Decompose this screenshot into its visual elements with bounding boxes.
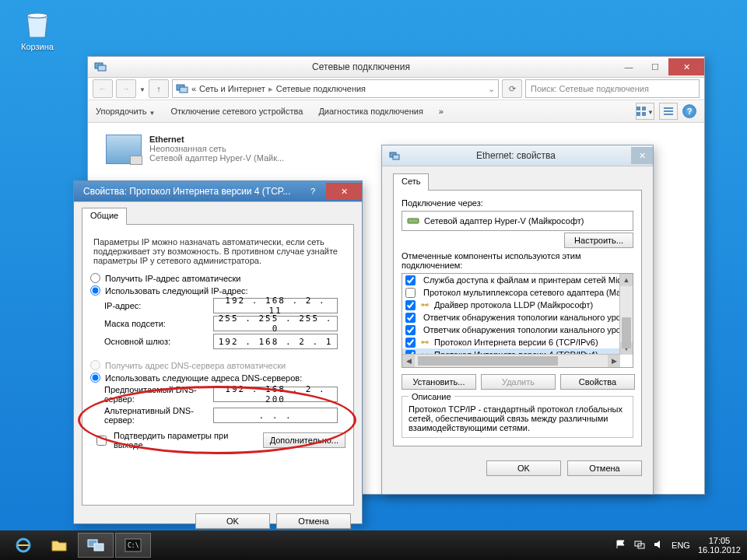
minimize-button[interactable]: — bbox=[615, 58, 642, 75]
explorer-titlebar[interactable]: Сетевые подключения — ☐ ✕ bbox=[88, 57, 704, 78]
view-details-button[interactable] bbox=[659, 103, 678, 120]
radio-auto-dns: Получить адрес DNS-сервера автоматически bbox=[90, 360, 345, 370]
ipv4-titlebar[interactable]: Свойства: Протокол Интернета версии 4 (T… bbox=[74, 181, 362, 202]
tray-clock[interactable]: 17:05 16.10.2012 bbox=[698, 536, 741, 555]
adapter-icon bbox=[388, 149, 401, 162]
svg-rect-31 bbox=[94, 544, 103, 551]
component-row[interactable]: Ответчик обнаружения топологии канальног… bbox=[402, 324, 620, 336]
scroll-right-icon[interactable]: ▶ bbox=[608, 355, 620, 367]
tray-lang[interactable]: ENG bbox=[672, 541, 690, 550]
advanced-button[interactable]: Дополнительно... bbox=[263, 432, 345, 448]
network-icon bbox=[94, 61, 107, 73]
chevron-right-icon[interactable]: ▸ bbox=[268, 84, 273, 94]
radio-manual-ip[interactable]: Использовать следующий IP-адрес: bbox=[90, 285, 345, 296]
ethprops-titlebar[interactable]: Ethernet: свойства ✕ bbox=[382, 145, 653, 166]
address-bar[interactable]: « Сеть и Интернет ▸ Сетевые подключения … bbox=[172, 79, 499, 98]
taskbar-network[interactable] bbox=[78, 533, 114, 558]
nav-history-dropdown[interactable]: ▼ bbox=[139, 86, 146, 93]
explorer-title: Сетевые подключения bbox=[107, 61, 615, 72]
nav-up[interactable]: ↑ bbox=[149, 79, 169, 98]
cmd-more[interactable]: » bbox=[439, 107, 444, 116]
breadcrumb-2[interactable]: Сетевые подключения bbox=[276, 84, 366, 93]
ok-button[interactable]: OK bbox=[195, 513, 270, 529]
cancel-button[interactable]: Отмена bbox=[567, 460, 642, 476]
taskbar-ie[interactable] bbox=[6, 534, 40, 557]
view-icons-button[interactable]: ▼ bbox=[636, 103, 654, 120]
radio-auto-ip[interactable]: Получить IP-адрес автоматически bbox=[90, 273, 345, 283]
component-checkbox[interactable] bbox=[405, 325, 416, 335]
ethprops-title: Ethernet: свойства bbox=[401, 150, 631, 161]
taskbar[interactable]: C:\ ENG 17:05 16.10.2012 bbox=[0, 530, 747, 560]
radio-manual-dns[interactable]: Использовать следующие адреса DNS-сервер… bbox=[90, 373, 345, 383]
components-label: Отмеченные компоненты используются этим … bbox=[402, 251, 633, 270]
connection-adapter: Сетевой адаптер Hyper-V (Майк... bbox=[149, 153, 284, 163]
tray-flag-icon[interactable] bbox=[615, 539, 626, 551]
close-button[interactable]: ✕ bbox=[668, 58, 704, 75]
recycle-bin-label: Корзина bbox=[14, 42, 61, 51]
configure-button[interactable]: Настроить... bbox=[564, 233, 633, 248]
tray-volume-icon[interactable] bbox=[653, 539, 664, 551]
close-button[interactable]: ✕ bbox=[326, 183, 362, 200]
dns2-input[interactable]: . . . bbox=[213, 408, 338, 423]
help-button[interactable]: ? bbox=[682, 104, 696, 118]
component-checkbox[interactable] bbox=[405, 288, 416, 298]
breadcrumb-prefix: « bbox=[191, 84, 196, 93]
ip-input[interactable]: 192 . 168 . 2 . 11 bbox=[213, 298, 338, 313]
search-input[interactable]: Поиск: Сетевые подключения bbox=[525, 79, 700, 98]
component-row[interactable]: Протокол мультиплексора сетевого адаптер… bbox=[402, 286, 620, 299]
component-row[interactable]: Служба доступа к файлам и принтерам сете… bbox=[402, 274, 620, 286]
component-checkbox[interactable] bbox=[405, 275, 416, 285]
close-button[interactable]: ✕ bbox=[631, 147, 653, 164]
cmd-diagnostics[interactable]: Диагностика подключения bbox=[318, 107, 423, 116]
recycle-bin[interactable]: Корзина bbox=[14, 6, 61, 51]
mask-input[interactable]: 255 . 255 . 255 . 0 bbox=[213, 316, 338, 331]
scrollbar-vertical[interactable]: ▲▼ bbox=[619, 274, 633, 355]
breadcrumb-1[interactable]: Сеть и Интернет bbox=[199, 84, 265, 93]
scrollbar-horizontal[interactable]: ◀▶ bbox=[402, 354, 620, 367]
tab-general[interactable]: Общие bbox=[82, 208, 127, 225]
component-row[interactable]: Драйвер протокола LLDP (Майкрософт) bbox=[402, 299, 620, 311]
cmd-organize[interactable]: Упорядочить ▼ bbox=[96, 107, 155, 116]
dns1-input[interactable]: 192 . 168 . 2 . 200 bbox=[213, 387, 338, 402]
tab-network[interactable]: Сеть bbox=[393, 173, 429, 191]
confirm-on-exit-checkbox[interactable]: Подтвердить параметры при выходеДополнит… bbox=[93, 431, 345, 450]
connection-name: Ethernet bbox=[149, 135, 184, 144]
description-title: Описание bbox=[409, 392, 454, 401]
ipv4-title: Свойства: Протокол Интернета версии 4 (T… bbox=[80, 186, 300, 197]
component-row[interactable]: Ответчик обнаружения топологии канальног… bbox=[402, 311, 620, 324]
components-list[interactable]: Служба доступа к файлам и принтерам сете… bbox=[402, 273, 633, 368]
ipv4-paragraph: Параметры IP можно назначать автоматичес… bbox=[93, 237, 342, 265]
svg-rect-14 bbox=[408, 219, 419, 223]
cmd-disable-device[interactable]: Отключение сетевого устройства bbox=[170, 107, 303, 116]
install-button[interactable]: Установить... bbox=[402, 374, 476, 390]
cancel-button[interactable]: Отмена bbox=[276, 513, 351, 529]
scroll-up-icon[interactable]: ▲ bbox=[620, 274, 633, 286]
nav-forward[interactable]: → bbox=[116, 79, 136, 98]
taskbar-explorer[interactable] bbox=[42, 534, 76, 557]
refresh-button[interactable]: ⟳ bbox=[502, 79, 522, 98]
component-checkbox[interactable] bbox=[405, 313, 416, 323]
connection-item-ethernet[interactable]: Ethernet Неопознанная сеть Сетевой адапт… bbox=[100, 129, 360, 170]
taskbar-cmd[interactable]: C:\ bbox=[115, 533, 151, 558]
adapter-icon bbox=[407, 215, 419, 227]
component-checkbox[interactable] bbox=[405, 300, 416, 310]
gateway-input[interactable]: 192 . 168 . 2 . 1 bbox=[213, 334, 338, 349]
description-groupbox: Описание Протокол TCP/IP - стандартный п… bbox=[402, 396, 633, 438]
tab-pane-general: Параметры IP можно назначать автоматичес… bbox=[82, 224, 354, 506]
connection-status: Неопознанная сеть bbox=[149, 144, 284, 153]
svg-rect-4 bbox=[180, 87, 188, 93]
properties-button[interactable]: Свойства bbox=[560, 374, 635, 390]
maximize-button[interactable]: ☐ bbox=[642, 58, 668, 75]
component-row[interactable]: Протокол Интернета версии 6 (TCP/IPv6) bbox=[402, 336, 620, 348]
nav-back[interactable]: ← bbox=[93, 79, 113, 98]
scroll-left-icon[interactable]: ◀ bbox=[402, 355, 415, 367]
tray-network-icon[interactable] bbox=[634, 539, 645, 551]
component-checkbox[interactable] bbox=[405, 338, 416, 348]
svg-rect-9 bbox=[664, 107, 673, 109]
ok-button[interactable]: OK bbox=[486, 460, 561, 476]
help-button[interactable]: ? bbox=[300, 183, 326, 200]
network-icon bbox=[176, 82, 188, 95]
ip-label: IP-адрес: bbox=[104, 301, 213, 310]
addr-dropdown-icon[interactable]: ⌄ bbox=[488, 84, 495, 94]
tab-pane-network: Подключение через: Сетевой адаптер Hyper… bbox=[393, 190, 642, 446]
